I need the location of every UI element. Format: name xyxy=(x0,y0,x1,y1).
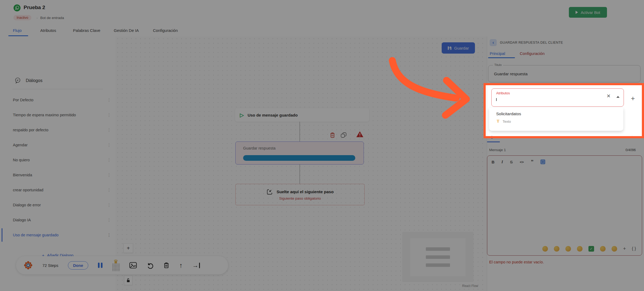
chat-bubble-icon xyxy=(14,77,21,84)
kebab-menu-icon[interactable]: ⋮ xyxy=(107,218,111,222)
pause-icon[interactable] xyxy=(98,263,103,268)
panel-active-tab-underline xyxy=(488,57,515,58)
sidebar-item-no-quiero[interactable]: No quiero⋮ xyxy=(0,152,115,167)
undo-icon[interactable] xyxy=(147,262,153,269)
bot-title: Prueba 2 xyxy=(24,5,45,10)
add-attribute-button[interactable]: + xyxy=(631,94,635,103)
thumbs-up-emoji[interactable] xyxy=(554,246,559,252)
canvas-bottom-toolbar: 72 Steps Done ♛ ↑ → xyxy=(16,256,228,274)
hug-emoji[interactable] xyxy=(600,246,606,252)
panel-tab-configuracion[interactable]: Configuración xyxy=(520,51,545,56)
canvas-minimap[interactable] xyxy=(402,232,473,282)
panel-title: GUARDAR RESPUESTA DEL CLIENTE xyxy=(500,41,563,44)
italic-icon[interactable]: I xyxy=(502,160,503,164)
delete-node-icon[interactable] xyxy=(330,132,335,138)
flow-edge xyxy=(299,122,300,141)
validation-error: El campo no puede estar vacío. xyxy=(489,260,544,264)
tab-gestion-de-ia[interactable]: Gestión De IA xyxy=(114,28,139,33)
kebab-menu-icon[interactable]: ⋮ xyxy=(107,143,111,147)
export-up-icon[interactable]: ↑ xyxy=(179,262,183,269)
dialogs-sidebar: Diálogos Por Defecto⋮ Tiempo de espera m… xyxy=(0,36,116,291)
kebab-menu-icon[interactable]: ⋮ xyxy=(107,128,111,132)
save-disk-icon xyxy=(448,46,452,50)
panel-back-button[interactable]: ‹ xyxy=(490,39,497,46)
drop-target-requirement: Siguiente paso obligatorio xyxy=(279,196,321,200)
bold-icon[interactable]: B xyxy=(492,160,495,164)
active-tab-underline xyxy=(8,35,28,36)
insert-variable-button[interactable]: { } xyxy=(632,246,636,251)
lock-canvas-button[interactable] xyxy=(124,275,133,285)
add-emoji-button[interactable]: + xyxy=(623,246,626,252)
kebab-menu-icon[interactable]: ⋮ xyxy=(107,233,111,237)
plus-icon: + xyxy=(127,245,130,251)
active-item-indicator xyxy=(2,228,2,242)
strikethrough-icon[interactable]: S xyxy=(510,160,513,164)
bot-type-label: Bot de entrada xyxy=(40,16,64,20)
sidebar-item-tiempo-espera[interactable]: Tiempo de espera maximo permitido⋮ xyxy=(0,107,115,122)
trash-icon[interactable] xyxy=(163,262,170,269)
flow-node-selected[interactable]: Guardar respuesta xyxy=(235,141,364,165)
message-tab-underline xyxy=(487,141,500,142)
drop-next-step-target[interactable]: Suelte aquí el siguiente paso Siguiente … xyxy=(235,184,365,205)
sidebar-title: Diálogos xyxy=(26,78,42,83)
clear-selection-icon[interactable]: × xyxy=(607,92,610,100)
save-flow-button[interactable]: Guardar xyxy=(442,42,475,54)
sidebar-item-por-defecto[interactable]: Por Defecto⋮ xyxy=(0,92,115,107)
add-message-tab-button[interactable]: + xyxy=(631,135,634,140)
tab-flujo[interactable]: Flujo xyxy=(13,28,22,33)
check-mark-emoji[interactable]: ✓ xyxy=(588,246,594,252)
variable-chip-icon[interactable] xyxy=(540,159,545,164)
tab-palabras-clave[interactable]: Palabras Clave xyxy=(73,28,100,33)
kebab-menu-icon[interactable]: ⋮ xyxy=(107,158,111,162)
selected-node-title: Guardar respuesta xyxy=(243,146,276,150)
premium-crown-icon[interactable]: ♛ xyxy=(112,260,120,271)
tab-atributos[interactable]: Atributos xyxy=(40,28,56,33)
whatsapp-icon xyxy=(13,4,21,12)
tab-configuracion[interactable]: Configuración xyxy=(153,28,178,33)
minimap-node xyxy=(426,247,450,251)
kebab-menu-icon[interactable]: ⋮ xyxy=(107,203,111,207)
panel-tab-principal[interactable]: Principal xyxy=(490,51,505,56)
sidebar-item-dialogo-error[interactable]: Dialogo de error⋮ xyxy=(0,197,115,212)
done-button[interactable]: Done xyxy=(68,261,88,270)
sidebar-item-uso-mensaje-guardado[interactable]: Uso de mensaje guardado⋮ xyxy=(0,227,115,242)
activate-bot-button[interactable]: Activar Bot xyxy=(569,7,607,18)
code-icon[interactable]: <> xyxy=(520,160,524,164)
pray-emoji[interactable] xyxy=(577,246,583,252)
message-editor[interactable]: B I S <> ” ✓ + { } xyxy=(487,155,642,256)
attribute-progress-pill xyxy=(243,155,355,161)
attribute-select[interactable] xyxy=(491,88,624,107)
dropdown-collapse-icon[interactable] xyxy=(616,96,620,98)
sidebar-item-crear-oportunidad[interactable]: crear oportunidad⋮ xyxy=(0,182,115,197)
message-text-area[interactable] xyxy=(490,168,639,238)
attribute-option-solicitardatos[interactable]: Solicitardatos T Texto xyxy=(489,108,623,131)
sidebar-item-agendar[interactable]: Agendar⋮ xyxy=(0,137,115,152)
play-icon xyxy=(576,11,578,14)
skip-to-end-icon[interactable]: → xyxy=(192,262,200,269)
char-counter: 0/4096 xyxy=(625,148,636,152)
status-badge: Inactivo xyxy=(13,15,31,20)
sidebar-item-respaldo[interactable]: respaldo por defecto⋮ xyxy=(0,122,115,137)
kebab-menu-icon[interactable]: ⋮ xyxy=(107,173,111,177)
message-tab-1[interactable]: 1 xyxy=(491,135,493,139)
flow-node-start[interactable]: ▷ Uso de mensaje guardado xyxy=(235,108,369,122)
sidebar-item-dialogo-ia[interactable]: Dialogo IA⋮ xyxy=(0,212,115,227)
kebab-menu-icon[interactable]: ⋮ xyxy=(107,98,111,102)
blockquote-icon[interactable]: ” xyxy=(531,161,533,163)
clap-emoji[interactable] xyxy=(565,246,571,252)
duplicate-node-icon[interactable] xyxy=(340,132,347,138)
smile-emoji[interactable] xyxy=(612,246,617,252)
dot-separator: · xyxy=(36,16,38,20)
sidebar-item-bienvenida[interactable]: Bienvenida⋮ xyxy=(0,167,115,182)
wave-emoji[interactable] xyxy=(542,246,548,252)
minimap-node xyxy=(426,263,450,267)
attribute-dropdown: Solicitardatos T Texto xyxy=(489,108,623,131)
attribute-select-label: Atributos xyxy=(495,91,511,95)
kebab-menu-icon[interactable]: ⋮ xyxy=(107,113,111,117)
title-field-value: Guardar respuesta xyxy=(494,72,528,76)
zoom-in-button[interactable]: + xyxy=(123,243,133,253)
kebab-menu-icon[interactable]: ⋮ xyxy=(107,188,111,192)
image-icon[interactable] xyxy=(129,262,137,268)
react-flow-attribution: React Flow xyxy=(462,284,478,288)
steps-counter: 72 Steps xyxy=(42,263,58,268)
